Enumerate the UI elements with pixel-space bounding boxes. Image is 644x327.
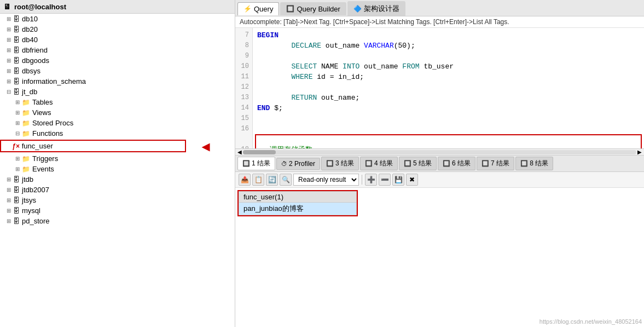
db-icon: 🗄 bbox=[13, 36, 20, 44]
sidebar-item-db20[interactable]: ⊞ 🗄 db20 bbox=[0, 24, 235, 35]
result-tab-2-icon: ⏱ bbox=[281, 160, 287, 167]
item-label: dbgoods bbox=[22, 56, 49, 65]
code-line-16 bbox=[257, 124, 640, 134]
scroll-left-btn[interactable]: ◀ bbox=[237, 149, 242, 155]
sidebar-item-func-user[interactable]: ƒ× func_user bbox=[0, 140, 186, 152]
result-tab-1-label: 1 结果 bbox=[252, 159, 270, 168]
delete-row-btn[interactable]: ➖ bbox=[379, 174, 391, 186]
result-tab-7[interactable]: 🔲 7 结果 bbox=[477, 157, 514, 170]
expand-icon: ⊞ bbox=[13, 110, 22, 116]
item-label: db20 bbox=[22, 25, 38, 33]
result-tab-4[interactable]: 🔲 4 结果 bbox=[360, 157, 398, 170]
code-line-12 bbox=[257, 82, 640, 93]
schema-designer-tab-icon: 🔷 bbox=[353, 5, 362, 13]
result-tab-8[interactable]: 🔲 8 结果 bbox=[515, 157, 553, 170]
sidebar-item-db10[interactable]: ⊞ 🗄 db10 bbox=[0, 14, 235, 24]
scrollbar-track[interactable] bbox=[243, 150, 636, 154]
result-tab-7-label: 7 结果 bbox=[491, 159, 509, 168]
scroll-right-btn[interactable]: ▶ bbox=[637, 149, 642, 155]
ln-14: 14 bbox=[235, 103, 252, 113]
db-icon: 🗄 bbox=[13, 67, 20, 75]
result-tab-5[interactable]: 🔲 5 结果 bbox=[399, 157, 437, 170]
tab-query-builder[interactable]: 🔲 Query Builder bbox=[280, 2, 346, 15]
copy-btn[interactable]: 📋 bbox=[252, 174, 264, 186]
main-layout: 🖥 root@localhost ⊞ 🗄 db10 ⊞ 🗄 db20 ⊞ 🗄 d… bbox=[0, 0, 644, 327]
sidebar-item-views[interactable]: ⊞ 📁 Views bbox=[0, 107, 235, 118]
item-label: Tables bbox=[32, 98, 53, 106]
result-tab-3-icon: 🔲 bbox=[326, 160, 334, 167]
sidebar-item-dbgoods[interactable]: ⊞ 🗄 dbgoods bbox=[0, 55, 235, 66]
sidebar-item-dbfriend[interactable]: ⊞ 🗄 dbfriend bbox=[0, 45, 235, 55]
folder-icon: 📁 bbox=[22, 165, 30, 173]
sidebar-item-tables[interactable]: ⊞ 📁 Tables bbox=[0, 97, 235, 107]
folder-icon: 📁 bbox=[22, 109, 30, 117]
expand-icon bbox=[3, 143, 12, 149]
sidebar-item-pd-store[interactable]: ⊞ 🗄 pd_store bbox=[0, 216, 235, 226]
refresh-btn[interactable]: 🔄 bbox=[266, 174, 278, 186]
ln-10: 10 bbox=[235, 61, 252, 72]
result-column-header: func_user(1) bbox=[239, 192, 357, 203]
expand-icon: ⊞ bbox=[4, 58, 13, 64]
result-tab-6[interactable]: 🔲 6 结果 bbox=[438, 157, 475, 170]
ln-17: 17 bbox=[235, 134, 252, 145]
db-icon: 🗄 bbox=[13, 78, 20, 85]
item-label: dbfriend bbox=[22, 46, 48, 54]
tab-query-label: Query bbox=[254, 5, 273, 13]
save-btn[interactable]: 💾 bbox=[392, 174, 404, 186]
tab-schema-designer-label: 架构设计器 bbox=[364, 4, 399, 14]
result-tab-3[interactable]: 🔲 3 结果 bbox=[321, 157, 359, 170]
db-icon: 🗄 bbox=[13, 207, 20, 215]
sidebar-item-dbsys[interactable]: ⊞ 🗄 dbsys bbox=[0, 66, 235, 76]
expand-icon: ⊞ bbox=[4, 197, 13, 203]
sidebar-item-triggers[interactable]: ⊞ 📁 Triggers bbox=[0, 153, 235, 164]
tab-query-builder-label: Query Builder bbox=[297, 5, 340, 13]
item-label: Functions bbox=[32, 129, 63, 137]
tabs-bar: ⚡ Query 🔲 Query Builder 🔷 架构设计器 bbox=[235, 0, 644, 16]
horizontal-scrollbar[interactable]: ◀ ▶ bbox=[235, 148, 644, 155]
result-toolbar: 📤 📋 🔄 🔍 Read-only result ➕ ➖ 💾 ✖ bbox=[235, 172, 644, 188]
item-label: Views bbox=[32, 108, 51, 117]
sidebar-item-functions[interactable]: ⊟ 📁 Functions bbox=[0, 128, 235, 139]
tab-schema-designer[interactable]: 🔷 架构设计器 bbox=[347, 1, 405, 16]
sidebar: 🖥 root@localhost ⊞ 🗄 db10 ⊞ 🗄 db20 ⊞ 🗄 d… bbox=[0, 0, 235, 327]
scrollbar-thumb[interactable] bbox=[243, 150, 276, 154]
sidebar-item-jtdb[interactable]: ⊞ 🗄 jtdb bbox=[0, 174, 235, 185]
sidebar-item-jtsys[interactable]: ⊞ 🗄 jtsys bbox=[0, 195, 235, 205]
ln-8: 8 bbox=[235, 41, 252, 51]
code-editor: 7 8 9 10 11 12 13 14 15 16 17 18 19 20 B… bbox=[235, 28, 644, 148]
discard-btn[interactable]: ✖ bbox=[406, 174, 418, 186]
sidebar-item-events[interactable]: ⊞ 📁 Events bbox=[0, 164, 235, 174]
filter-btn[interactable]: 🔍 bbox=[280, 174, 292, 186]
sidebar-item-information-schema[interactable]: ⊞ 🗄 information_schema bbox=[0, 76, 235, 87]
result-tab-6-label: 6 结果 bbox=[452, 159, 471, 168]
sidebar-item-jtdb2007[interactable]: ⊞ 🗄 jtdb2007 bbox=[0, 185, 235, 195]
expand-icon: ⊞ bbox=[4, 68, 13, 74]
sidebar-item-mysql[interactable]: ⊞ 🗄 mysql bbox=[0, 205, 235, 216]
table-row[interactable]: pan_junbiao的博客 bbox=[239, 203, 357, 215]
code-line-8: DECLARE out_name VARCHAR(50); bbox=[257, 41, 640, 51]
db-icon: 🗄 bbox=[13, 217, 20, 225]
result-tab-1[interactable]: 🔲 1 结果 bbox=[237, 157, 275, 170]
expand-icon: ⊞ bbox=[4, 218, 13, 224]
expand-icon: ⊞ bbox=[4, 16, 13, 22]
result-tab-2[interactable]: ⏱ 2 Profiler bbox=[276, 158, 320, 170]
item-label: jtdb2007 bbox=[22, 186, 49, 194]
folder-icon: 📁 bbox=[22, 155, 30, 163]
autocomplete-hint: Autocomplete: [Tab]->Next Tag. [Ctrl+Spa… bbox=[235, 16, 644, 28]
code-line-14: END $; bbox=[257, 103, 640, 113]
sidebar-item-db40[interactable]: ⊞ 🗄 db40 bbox=[0, 35, 235, 45]
code-content[interactable]: BEGIN DECLARE out_name VARCHAR(50); SELE… bbox=[253, 28, 644, 148]
expand-icon: ⊞ bbox=[4, 208, 13, 214]
export-btn[interactable]: 📤 bbox=[239, 174, 251, 186]
tab-query[interactable]: ⚡ Query bbox=[237, 2, 279, 15]
sidebar-item-stored-procs[interactable]: ⊞ 📁 Stored Procs bbox=[0, 118, 235, 128]
result-tabs: 🔲 1 结果 ⏱ 2 Profiler 🔲 3 结果 🔲 4 结果 🔲 5 结果… bbox=[235, 155, 644, 172]
item-label: jt_db bbox=[22, 88, 37, 96]
readonly-select[interactable]: Read-only result bbox=[293, 174, 359, 186]
expand-icon: ⊞ bbox=[4, 37, 13, 43]
result-tab-2-label: 2 Profiler bbox=[289, 160, 315, 168]
item-label: db40 bbox=[22, 36, 38, 44]
code-line-18: -- 调用存储函数 bbox=[257, 145, 640, 148]
add-row-btn[interactable]: ➕ bbox=[365, 174, 377, 186]
sidebar-item-jt-db[interactable]: ⊟ 🗄 jt_db bbox=[0, 87, 235, 97]
